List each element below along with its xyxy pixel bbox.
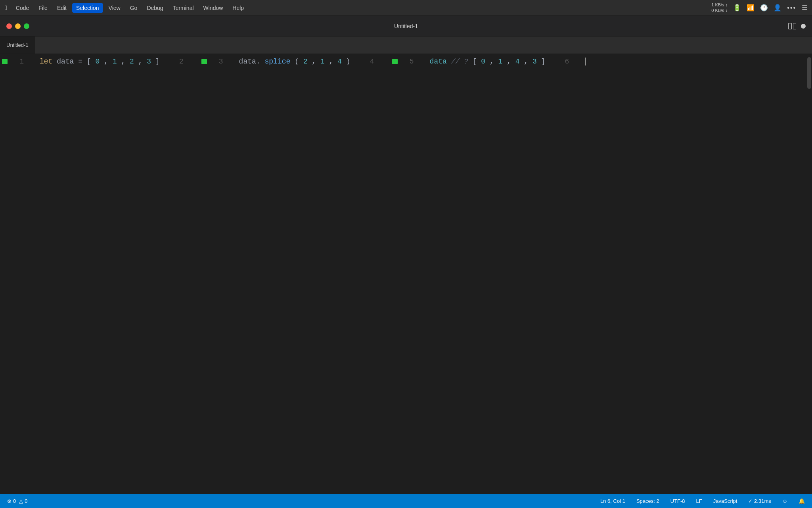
line-number-2: 2: [169, 54, 193, 69]
code-line-2[interactable]: 2: [160, 54, 199, 69]
line-ending-setting[interactable]: LF: [694, 497, 705, 505]
token-sq-close: ]: [541, 58, 546, 65]
breakpoint-5[interactable]: [392, 59, 398, 64]
list-icon[interactable]: ☰: [802, 4, 807, 12]
token-comma-4: ,: [312, 58, 320, 65]
token-r1: 1: [498, 58, 503, 65]
token-equals: =: [78, 58, 87, 65]
token-r4: 4: [515, 58, 520, 65]
window-title: Untitled-1: [394, 23, 418, 29]
token-num-2: 2: [130, 58, 134, 65]
token-rc2: ,: [507, 58, 515, 65]
titlebar: Untitled-1: [0, 16, 812, 37]
token-num-1: 1: [113, 58, 117, 65]
error-count: 0: [13, 498, 16, 504]
tab-untitled[interactable]: Untitled-1: [0, 37, 35, 54]
token-comma-5: ,: [329, 58, 338, 65]
line-number-5: 5: [400, 54, 423, 69]
scrollbar-thumb[interactable]: [807, 57, 811, 89]
maximize-button[interactable]: [24, 23, 29, 29]
token-arg-4: 4: [337, 58, 342, 65]
code-content-5: data // ? [ 0 , 1 , 4 , 3 ]: [423, 54, 546, 69]
statusbar-right: Ln 6, Col 1 Spaces: 2 UTF-8 LF JavaScrip…: [598, 497, 807, 505]
cursor: [585, 58, 586, 65]
token-data-var: data: [57, 58, 78, 65]
code-content-3: data. splice ( 2 , 1 , 4 ): [233, 54, 350, 69]
line-number-1: 1: [10, 54, 33, 69]
encoding-text: UTF-8: [670, 498, 685, 504]
timing-text: ✓ 2.31ms: [748, 498, 771, 504]
token-r0: 0: [481, 58, 485, 65]
code-line-4[interactable]: 4: [350, 54, 390, 69]
errors-indicator[interactable]: ⊗ 0 △ 0: [5, 497, 30, 505]
breakpoint-3[interactable]: [201, 59, 207, 64]
cursor-position[interactable]: Ln 6, Col 1: [598, 497, 628, 505]
code-line-1[interactable]: 1 let data = [ 0 , 1 , 2 , 3 ]: [0, 54, 160, 69]
token-comma-1: ,: [104, 58, 113, 65]
language-text: JavaScript: [713, 498, 737, 504]
apple-menu-icon[interactable]: : [5, 4, 7, 12]
scrollbar-track[interactable]: [806, 54, 812, 494]
token-num-3: 3: [147, 58, 151, 65]
token-data-ref: data.: [239, 58, 260, 65]
code-content-6: [578, 54, 586, 69]
bell-icon: 🔔: [799, 498, 805, 504]
split-editor-icon[interactable]: [788, 23, 796, 29]
editor-container: 1 let data = [ 0 , 1 , 2 , 3 ] 2 3 data.: [0, 54, 812, 494]
line-indicator-1: [0, 59, 10, 64]
spaces-text: Spaces: 2: [636, 498, 659, 504]
menubar-help[interactable]: Help: [228, 3, 248, 13]
statusbar-left: ⊗ 0 △ 0: [5, 497, 30, 505]
token-data-result: data: [430, 58, 447, 65]
menubar-code[interactable]: Code: [12, 3, 33, 13]
close-button[interactable]: [6, 23, 12, 29]
token-r3: 3: [532, 58, 537, 65]
tabbar: Untitled-1: [0, 37, 812, 54]
wifi-icon: 📶: [747, 4, 755, 12]
code-content-1: let data = [ 0 , 1 , 2 , 3 ]: [33, 54, 160, 69]
token-paren-close: ): [346, 58, 350, 65]
breakpoint-1[interactable]: [2, 59, 8, 64]
token-splice-method: splice: [264, 58, 290, 65]
code-line-3[interactable]: 3 data. splice ( 2 , 1 , 4 ): [199, 54, 350, 69]
notifications-icon[interactable]: 🔔: [796, 497, 807, 505]
token-let: let: [40, 58, 52, 65]
menubar-selection[interactable]: Selection: [72, 3, 103, 13]
token-comment-slash: // ?: [451, 58, 468, 65]
token-num-0: 0: [95, 58, 100, 65]
encoding-setting[interactable]: UTF-8: [668, 497, 688, 505]
clock-icon: 🕐: [760, 4, 768, 12]
token-paren-open: (: [295, 58, 299, 65]
timing-info: ✓ 2.31ms: [746, 497, 773, 505]
code-line-5[interactable]: 5 data // ? [ 0 , 1 , 4 , 3 ]: [390, 54, 546, 69]
more-actions-icon[interactable]: [801, 24, 806, 29]
language-setting[interactable]: JavaScript: [711, 497, 740, 505]
menubar-terminal[interactable]: Terminal: [169, 3, 198, 13]
menubar-file[interactable]: File: [34, 3, 52, 13]
menubar:  Code File Edit Selection View Go Debug…: [0, 0, 812, 16]
token-comma-3: ,: [138, 58, 147, 65]
indentation-setting[interactable]: Spaces: 2: [634, 497, 662, 505]
line-indicator-3: [199, 59, 209, 64]
feedback-icon[interactable]: ☺: [780, 497, 790, 505]
menubar-go[interactable]: Go: [126, 3, 142, 13]
minimize-button[interactable]: [15, 23, 21, 29]
line-ending-text: LF: [696, 498, 702, 504]
token-bracket-close: ]: [155, 58, 160, 65]
position-text: Ln 6, Col 1: [600, 498, 625, 504]
menubar-window[interactable]: Window: [199, 3, 227, 13]
line-indicator-5: [390, 59, 400, 64]
menubar-view[interactable]: View: [105, 3, 124, 13]
menubar-right: 1 KB/s ↑0 KB/s ↓ 🔋 📶 🕐 👤 ••• ☰: [711, 2, 807, 13]
menubar-edit[interactable]: Edit: [53, 3, 71, 13]
token-rc1: ,: [490, 58, 498, 65]
line-number-4: 4: [360, 54, 384, 69]
user-avatar-icon: 👤: [774, 4, 781, 12]
smiley-icon: ☺: [782, 498, 787, 504]
statusbar: ⊗ 0 △ 0 Ln 6, Col 1 Spaces: 2 UTF-8 LF J…: [0, 494, 812, 508]
traffic-lights: [6, 23, 29, 29]
line-number-3: 3: [209, 54, 233, 69]
more-icon[interactable]: •••: [787, 4, 796, 12]
menubar-debug[interactable]: Debug: [143, 3, 167, 13]
code-line-6[interactable]: 6: [545, 54, 586, 69]
